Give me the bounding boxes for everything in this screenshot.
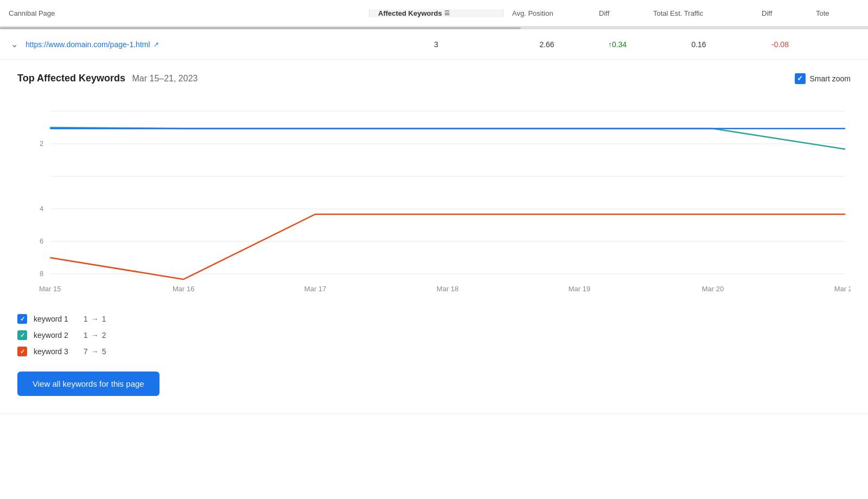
svg-text:Mar 20: Mar 20 bbox=[702, 285, 724, 293]
kw2-label: keyword 2 bbox=[34, 331, 77, 340]
kw3-checkbox[interactable] bbox=[17, 347, 27, 356]
panel-header: Top Affected Keywords Mar 15–21, 2023 Sm… bbox=[17, 73, 851, 84]
col-total: Tote bbox=[807, 9, 868, 17]
panel-date-range: Mar 15–21, 2023 bbox=[132, 74, 197, 83]
avg-position-cell: 2.66 bbox=[503, 40, 590, 49]
kw2-checkbox[interactable] bbox=[17, 330, 27, 340]
svg-text:Mar 17: Mar 17 bbox=[304, 285, 327, 293]
kw1-arrow: → bbox=[91, 315, 99, 323]
smart-zoom-checkbox[interactable] bbox=[795, 73, 806, 84]
scroll-indicator[interactable] bbox=[0, 27, 868, 29]
col-avg-position: Avg. Position bbox=[503, 9, 590, 17]
table-header: Cannibal Page Affected Keywords ☰ Avg. P… bbox=[0, 0, 868, 27]
col-affected-keywords: Affected Keywords ☰ bbox=[369, 9, 503, 17]
expand-chevron[interactable]: ⌄ bbox=[9, 37, 20, 52]
sort-icon[interactable]: ☰ bbox=[444, 10, 450, 17]
kw2-arrow: → bbox=[91, 331, 99, 340]
svg-text:6: 6 bbox=[40, 237, 43, 245]
legend-item-kw2: keyword 2 1 → 2 bbox=[17, 330, 851, 340]
cannibal-page-cell: ⌄ https://www.domain.com/page-1.html ↗ bbox=[0, 37, 369, 52]
traffic-cell: 0.16 bbox=[644, 40, 753, 49]
svg-text:4: 4 bbox=[40, 204, 43, 213]
negative-diff: -0.08 bbox=[771, 40, 789, 49]
up-arrow-icon: ↑ bbox=[608, 40, 612, 49]
legend-item-kw1: keyword 1 1 → 1 bbox=[17, 314, 851, 324]
svg-text:Mar 19: Mar 19 bbox=[569, 285, 591, 293]
chart-legend: keyword 1 1 → 1 keyword 2 1 → 2 keyword … bbox=[17, 314, 851, 356]
smart-zoom-label: Smart zoom bbox=[810, 74, 851, 83]
kw3-values: 7 → 5 bbox=[84, 347, 106, 356]
kw3-label: keyword 3 bbox=[34, 347, 77, 356]
kw3-arrow: → bbox=[91, 347, 99, 356]
scroll-thumb bbox=[0, 27, 521, 29]
smart-zoom-control: Smart zoom bbox=[795, 73, 851, 84]
kw1-checkbox[interactable] bbox=[17, 314, 27, 324]
svg-text:Mar 15: Mar 15 bbox=[39, 285, 61, 293]
svg-text:8: 8 bbox=[40, 270, 43, 278]
diff2-cell: -0.08 bbox=[753, 40, 807, 49]
panel-title-area: Top Affected Keywords Mar 15–21, 2023 bbox=[17, 73, 197, 84]
kw1-label: keyword 1 bbox=[34, 315, 77, 323]
svg-text:Mar 21: Mar 21 bbox=[834, 285, 851, 293]
legend-item-kw3: keyword 3 7 → 5 bbox=[17, 347, 851, 356]
kw1-values: 1 → 1 bbox=[84, 315, 106, 323]
chart-area: 2 4 6 8 Mar 15 Mar 16 Mar 17 Mar 18 Mar … bbox=[17, 95, 851, 301]
col-total-traffic: Total Est. Traffic bbox=[644, 9, 753, 17]
col-diff-1: Diff bbox=[590, 9, 644, 17]
kw2-values: 1 → 2 bbox=[84, 331, 106, 340]
table-row: ⌄ https://www.domain.com/page-1.html ↗ 3… bbox=[0, 29, 868, 60]
col-cannibal: Cannibal Page bbox=[0, 9, 369, 17]
svg-text:Mar 18: Mar 18 bbox=[437, 285, 459, 293]
panel-title: Top Affected Keywords bbox=[17, 73, 125, 84]
affected-count-cell: 3 bbox=[369, 40, 503, 49]
page-url-link[interactable]: https://www.domain.com/page-1.html ↗ bbox=[25, 40, 159, 49]
svg-text:2: 2 bbox=[40, 139, 43, 148]
diff1-cell: ↑0.34 bbox=[590, 40, 644, 49]
svg-text:Mar 16: Mar 16 bbox=[173, 285, 195, 293]
line-chart-svg: 2 4 6 8 Mar 15 Mar 16 Mar 17 Mar 18 Mar … bbox=[17, 95, 851, 301]
expanded-keywords-panel: Top Affected Keywords Mar 15–21, 2023 Sm… bbox=[0, 60, 868, 414]
view-all-keywords-button[interactable]: View all keywords for this page bbox=[17, 372, 159, 396]
external-link-icon: ↗ bbox=[154, 41, 159, 48]
col-diff-2: Diff bbox=[753, 9, 807, 17]
